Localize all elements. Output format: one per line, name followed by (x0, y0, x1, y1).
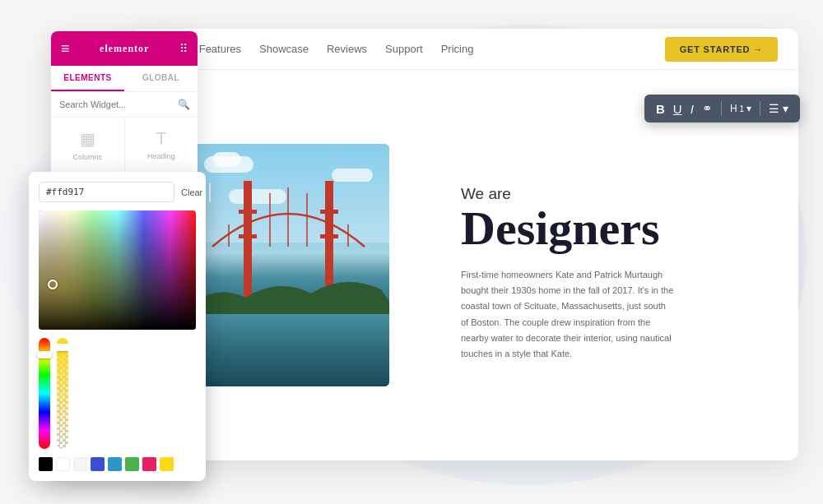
opacity-slider[interactable] (57, 338, 68, 449)
heading-icon: T (156, 129, 166, 148)
nav-showcase[interactable]: Showcase (259, 43, 309, 55)
color-gradient-area[interactable] (39, 210, 196, 330)
color-picker: Clear (29, 172, 206, 481)
content-area: We are Designers First-time homeowners K… (132, 70, 798, 460)
swatch-yellow[interactable] (160, 457, 174, 471)
nav-reviews[interactable]: Reviews (327, 43, 367, 55)
hex-row: Clear (39, 182, 196, 202)
underline-button[interactable]: U (673, 102, 682, 116)
color-swatches-row (39, 457, 196, 471)
nav-pricing[interactable]: Pricing (441, 43, 474, 55)
cta-button[interactable]: GET STARTED → (665, 37, 778, 62)
swatch-pink[interactable] (142, 457, 156, 471)
tab-global[interactable]: GLOBAL (124, 66, 198, 91)
hills (188, 273, 389, 314)
bridge-image (188, 144, 389, 386)
color-preview-swatch[interactable] (209, 183, 211, 202)
swatch-green[interactable] (125, 457, 139, 471)
list-dropdown[interactable]: ☰ ▾ (769, 102, 788, 115)
headline-text: Designers (461, 205, 774, 252)
swatch-black[interactable] (39, 457, 53, 471)
toolbar-divider-2 (760, 101, 760, 116)
swatch-cyan[interactable] (108, 457, 122, 471)
hamburger-icon[interactable]: ≡ (61, 41, 70, 56)
columns-label: Columns (72, 153, 102, 161)
gradient-cursor[interactable] (48, 280, 58, 289)
search-input[interactable] (59, 99, 173, 109)
opacity-gradient (57, 338, 68, 449)
water (188, 312, 389, 386)
browser-window: Home Features Showcase Reviews Support P… (132, 29, 798, 460)
color-highlight (39, 210, 196, 330)
widget-columns[interactable]: ▦ Columns (51, 118, 124, 173)
columns-icon: ▦ (80, 129, 95, 149)
sidebar-header: ≡ elementor ⠿ (51, 31, 198, 66)
widget-heading[interactable]: T Heading (125, 118, 198, 173)
nav-features[interactable]: Features (199, 43, 241, 55)
text-toolbar: B U I ⚭ H1 ▾ ☰ ▾ (644, 95, 800, 123)
swatches-panel (75, 338, 196, 449)
hue-slider[interactable] (39, 338, 50, 449)
bold-button[interactable]: B (656, 102, 665, 116)
description-text: First-time homeowners Kate and Patrick M… (461, 267, 675, 363)
search-bar: 🔍 (51, 92, 198, 118)
text-panel: We are Designers First-time homeowners K… (444, 70, 798, 460)
swatch-white[interactable] (56, 457, 70, 471)
heading-dropdown[interactable]: H1 ▾ (730, 103, 751, 114)
subtitle-text: We are (461, 185, 774, 203)
heading-label: Heading (147, 152, 175, 160)
toolbar-divider (721, 101, 722, 116)
sidebar-tabs: ELEMENTS GLOBAL (51, 66, 198, 92)
sidebar-logo: elementor (100, 43, 149, 55)
link-button[interactable]: ⚭ (702, 101, 713, 116)
italic-button[interactable]: I (690, 102, 694, 116)
opacity-thumb[interactable] (57, 344, 68, 351)
nav-links: Home Features Showcase Reviews Support P… (152, 41, 649, 58)
search-icon: 🔍 (178, 99, 190, 110)
tab-elements[interactable]: ELEMENTS (51, 66, 124, 91)
hue-thumb[interactable] (37, 351, 52, 358)
sliders-container (39, 338, 196, 449)
hex-input[interactable] (39, 182, 174, 202)
swatch-lightgray[interactable] (73, 457, 87, 471)
swatch-blue[interactable] (91, 457, 105, 471)
browser-navbar: Home Features Showcase Reviews Support P… (132, 29, 798, 70)
grid-icon[interactable]: ⠿ (179, 42, 188, 55)
nav-support[interactable]: Support (385, 43, 423, 55)
clear-button[interactable]: Clear (181, 187, 202, 197)
